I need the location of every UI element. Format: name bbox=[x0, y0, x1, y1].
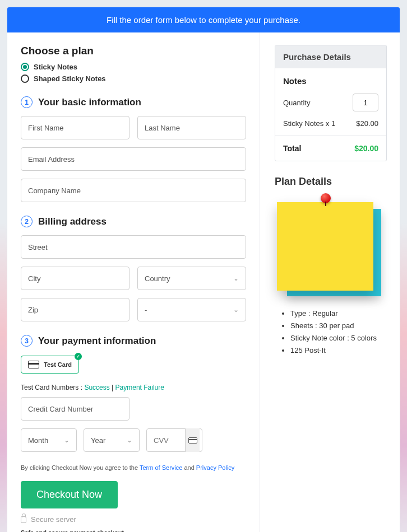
summary-heading: Purchase Details bbox=[275, 45, 386, 68]
tos-link[interactable]: Term of Service bbox=[140, 464, 182, 471]
test-card-helper: Test Card Numbers : Success | Payment Fa… bbox=[21, 384, 246, 391]
legal-text: By clicking Checkout Now you agree to th… bbox=[21, 464, 246, 471]
step-payment: 3 Your payment information Test Card ✓ T… bbox=[21, 335, 246, 452]
quantity-label: Quantity bbox=[283, 99, 310, 107]
state-select[interactable]: - ⌄ bbox=[137, 298, 246, 321]
privacy-link[interactable]: Privacy Policy bbox=[196, 464, 234, 471]
push-pin-icon bbox=[321, 193, 334, 207]
step-title: Billing address bbox=[38, 216, 107, 227]
right-column: Purchase Details Notes Quantity Sticky N… bbox=[260, 32, 400, 532]
secure-label: Secure server bbox=[31, 515, 76, 524]
step-basic-info: 1 Your basic information bbox=[21, 96, 246, 202]
purchase-summary: Purchase Details Notes Quantity Sticky N… bbox=[275, 45, 387, 161]
country-select[interactable]: Country ⌄ bbox=[137, 267, 246, 290]
list-item: Sheets : 30 per pad bbox=[290, 320, 387, 332]
quantity-input[interactable] bbox=[353, 94, 378, 111]
chevron-down-icon: ⌄ bbox=[233, 274, 239, 282]
success-link[interactable]: Success bbox=[84, 384, 109, 391]
plan-heading: Choose a plan bbox=[21, 45, 246, 57]
banner: Fill the order form below to complete yo… bbox=[7, 7, 400, 32]
notes-heading: Notes bbox=[283, 76, 378, 86]
step-number-icon: 2 bbox=[21, 216, 33, 227]
sticky-note-illustration bbox=[275, 195, 387, 302]
yellow-note-icon bbox=[277, 202, 373, 291]
total-price: $20.00 bbox=[354, 144, 378, 153]
chevron-down-icon: ⌄ bbox=[233, 306, 239, 314]
state-label: - bbox=[145, 306, 147, 314]
list-item: 125 Post-It bbox=[290, 344, 387, 357]
exp-year-select[interactable]: Year ⌄ bbox=[84, 428, 140, 452]
first-name-input[interactable] bbox=[21, 116, 130, 139]
street-input[interactable] bbox=[21, 235, 246, 259]
order-card: Fill the order form below to complete yo… bbox=[7, 7, 400, 532]
email-input[interactable] bbox=[21, 147, 246, 171]
step-title: Your basic information bbox=[38, 97, 141, 108]
list-item: Type : Regular bbox=[290, 307, 387, 320]
check-badge-icon: ✓ bbox=[75, 353, 82, 360]
secure-row: Secure server bbox=[21, 515, 246, 524]
step-number-icon: 1 bbox=[21, 96, 33, 108]
card-number-input[interactable] bbox=[21, 397, 130, 421]
country-label: Country bbox=[145, 274, 170, 283]
plan-details-list: Type : Regular Sheets : 30 per pad Stick… bbox=[275, 307, 387, 357]
payment-method-label: Test Card bbox=[44, 361, 72, 368]
company-input[interactable] bbox=[21, 179, 246, 202]
safe-note: Safe and secure payment checkout. bbox=[21, 529, 246, 532]
payment-failure-link[interactable]: Payment Failure bbox=[115, 384, 164, 391]
chevron-down-icon: ⌄ bbox=[64, 436, 70, 444]
plan-option-sticky-notes[interactable]: Sticky Notes bbox=[21, 63, 246, 71]
zip-input[interactable] bbox=[21, 298, 130, 321]
radio-selected-icon bbox=[21, 63, 29, 71]
list-item: Sticky Note color : 5 colors bbox=[290, 332, 387, 344]
total-label: Total bbox=[283, 144, 301, 153]
step-number-icon: 3 bbox=[21, 335, 33, 347]
radio-unselected-icon bbox=[21, 74, 29, 83]
plan-details-heading: Plan Details bbox=[275, 176, 387, 188]
month-label: Month bbox=[28, 436, 48, 445]
step-title: Your payment information bbox=[38, 335, 156, 347]
city-input[interactable] bbox=[21, 267, 130, 290]
line-item-price: $20.00 bbox=[356, 119, 378, 128]
plan-option-label: Sticky Notes bbox=[34, 63, 77, 71]
plan-option-label: Shaped Sticky Notes bbox=[34, 74, 106, 83]
last-name-input[interactable] bbox=[137, 116, 246, 139]
cvv-input[interactable] bbox=[154, 436, 185, 445]
credit-card-icon bbox=[28, 361, 39, 368]
left-column: Choose a plan Sticky Notes Shaped Sticky… bbox=[7, 32, 260, 532]
content: Choose a plan Sticky Notes Shaped Sticky… bbox=[7, 32, 400, 532]
line-item-label: Sticky Notes x 1 bbox=[283, 119, 335, 128]
cvv-field[interactable] bbox=[146, 428, 202, 452]
step-billing: 2 Billing address Country ⌄ - bbox=[21, 216, 246, 321]
payment-method-card[interactable]: Test Card ✓ bbox=[21, 356, 79, 374]
year-label: Year bbox=[91, 436, 105, 445]
card-back-icon bbox=[185, 428, 200, 452]
plan-option-shaped-sticky-notes[interactable]: Shaped Sticky Notes bbox=[21, 74, 246, 83]
lock-icon bbox=[21, 516, 26, 523]
chevron-down-icon: ⌄ bbox=[127, 436, 132, 444]
exp-month-select[interactable]: Month ⌄ bbox=[21, 428, 77, 452]
checkout-button[interactable]: Checkout Now bbox=[21, 481, 118, 508]
